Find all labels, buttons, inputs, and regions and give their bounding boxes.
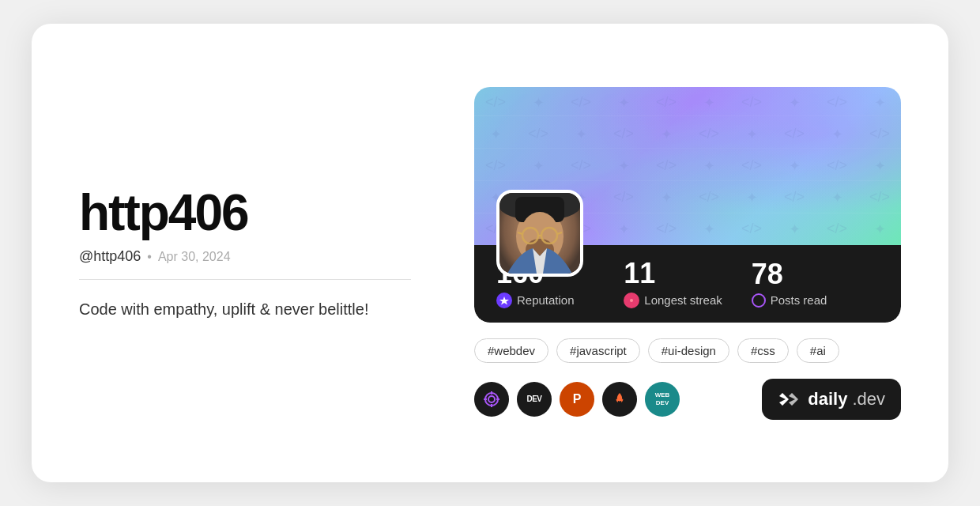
pattern-icon: </>	[816, 213, 858, 245]
posts-icon	[752, 293, 766, 308]
streak-label-text: Longest streak	[644, 293, 722, 307]
social-icon-hashnode[interactable]	[602, 382, 637, 417]
streak-icon	[624, 293, 639, 308]
stat-posts: 78 Posts read	[752, 260, 879, 308]
pattern-icon: </>	[688, 119, 730, 150]
pattern-icon: ✦	[816, 119, 858, 150]
pattern-icon: ✦	[602, 213, 645, 245]
reputation-label-text: Reputation	[517, 293, 575, 307]
tags-row: #webdev #javascript #ui-design #css #ai	[474, 338, 901, 363]
pattern-icon: ✦	[688, 213, 730, 245]
svg-point-11	[630, 299, 633, 302]
reputation-label: Reputation	[496, 293, 624, 308]
separator-dot: •	[147, 250, 152, 264]
pattern-icon: ✦	[688, 150, 730, 182]
handle-date: @http406 • Apr 30, 2024	[79, 248, 411, 265]
pattern-icon: ✦	[773, 87, 816, 119]
streak-value: 11	[624, 259, 751, 288]
socials-row: DEV P WEBDEV	[474, 379, 901, 420]
tag-css[interactable]: #css	[737, 338, 789, 363]
stat-streak: 11 Longest streak	[624, 259, 751, 308]
pattern-icon: ✦	[602, 150, 645, 182]
pattern-icon: ✦	[517, 150, 560, 182]
pattern-icon: ✦	[773, 213, 816, 245]
pattern-icon: </>	[645, 150, 688, 182]
pattern-icon: </>	[730, 213, 773, 245]
bio-text: Code with empathy, uplift & never belitt…	[79, 297, 411, 321]
pattern-icon: </>	[816, 87, 858, 119]
pattern-icon: ✦	[858, 150, 901, 182]
pattern-icon: </>	[560, 150, 602, 182]
svg-point-12	[485, 393, 498, 406]
pattern-icon: ✦	[645, 119, 688, 150]
posts-label: Posts read	[752, 293, 879, 308]
social-icon-crosshair[interactable]	[474, 382, 509, 417]
tag-webdev[interactable]: #webdev	[474, 338, 548, 363]
posts-value: 78	[752, 260, 879, 289]
pattern-icon: ✦	[730, 182, 773, 213]
pattern-icon: </>	[773, 182, 816, 213]
daily-dev-suffix: .dev	[852, 389, 885, 410]
pattern-icon: </>	[858, 182, 901, 213]
pattern-icon: ✦	[602, 87, 645, 119]
pattern-icon: </>	[730, 150, 773, 182]
pattern-icon: </>	[858, 119, 901, 150]
join-date: Apr 30, 2024	[158, 250, 231, 264]
pattern-icon: ✦	[773, 150, 816, 182]
right-section: </> ✦ </> ✦ </> ✦ </> ✦ </> ✦ ✦ </> ✦ </…	[474, 87, 901, 420]
social-icon-webdev[interactable]: WEBDEV	[645, 382, 680, 417]
posts-label-text: Posts read	[771, 293, 827, 307]
pattern-icon: </>	[730, 87, 773, 119]
pattern-icon: ✦	[517, 87, 560, 119]
daily-dev-logo-icon	[778, 387, 803, 412]
social-icon-dev[interactable]: DEV	[517, 382, 552, 417]
daily-text: daily	[808, 389, 847, 410]
pattern-icon: </>	[645, 213, 688, 245]
handle: @http406	[79, 248, 141, 265]
pattern-icon: </>	[602, 119, 645, 150]
cover-background: </> ✦ </> ✦ </> ✦ </> ✦ </> ✦ ✦ </> ✦ </…	[474, 87, 901, 245]
pattern-icon: </>	[517, 119, 560, 150]
social-icons-group: DEV P WEBDEV	[474, 382, 680, 417]
divider	[79, 279, 411, 280]
svg-marker-9	[499, 296, 509, 305]
pattern-icon: </>	[474, 87, 517, 119]
pattern-icon: ✦	[730, 119, 773, 150]
tag-ai[interactable]: #ai	[797, 338, 839, 363]
avatar	[499, 193, 580, 274]
tag-ui-design[interactable]: #ui-design	[648, 338, 729, 363]
pattern-icon: </>	[816, 150, 858, 182]
streak-label: Longest streak	[624, 293, 751, 308]
daily-dev-branding: daily .dev	[762, 379, 901, 420]
pattern-icon: </>	[602, 182, 645, 213]
profile-card: http406 @http406 • Apr 30, 2024 Code wit…	[32, 24, 948, 482]
pattern-icon: </>	[474, 150, 517, 182]
left-section: http406 @http406 • Apr 30, 2024 Code wit…	[79, 185, 411, 321]
social-icon-producthunt[interactable]: P	[560, 382, 594, 417]
profile-header: </> ✦ </> ✦ </> ✦ </> ✦ </> ✦ ✦ </> ✦ </…	[474, 87, 901, 323]
pattern-icon: ✦	[858, 213, 901, 245]
pattern-icon: ✦	[688, 87, 730, 119]
pattern-icon: </>	[773, 119, 816, 150]
pattern-icon: ✦	[816, 182, 858, 213]
reputation-icon	[496, 293, 512, 308]
pattern-icon: </>	[560, 87, 602, 119]
pattern-icon: ✦	[858, 87, 901, 119]
pattern-icon: </>	[645, 87, 688, 119]
avatar-wrapper	[496, 190, 583, 277]
pattern-icon: </>	[688, 182, 730, 213]
tag-javascript[interactable]: #javascript	[556, 338, 640, 363]
pattern-icon: ✦	[474, 119, 517, 150]
pattern-icon: ✦	[560, 119, 602, 150]
username: http406	[79, 185, 411, 240]
pattern-icon: ✦	[645, 182, 688, 213]
svg-point-13	[488, 396, 495, 402]
